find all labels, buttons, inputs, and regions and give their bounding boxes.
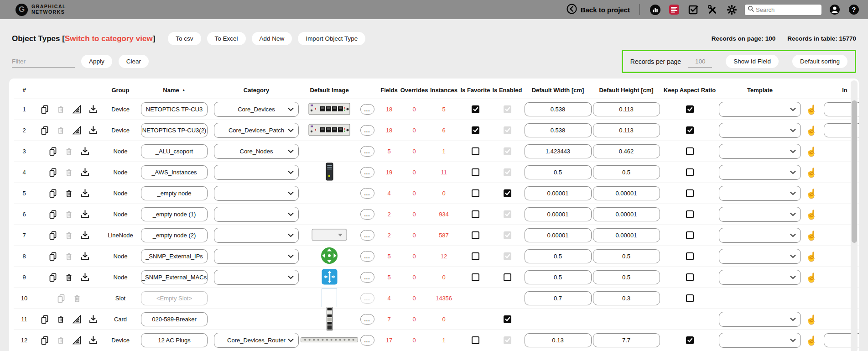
hand-pointer-icon[interactable]: ☝ bbox=[806, 104, 817, 115]
copy-icon[interactable] bbox=[48, 189, 58, 199]
to-excel-button[interactable]: To Excel bbox=[207, 32, 246, 45]
keep-aspect-ratio-checkbox[interactable] bbox=[686, 252, 694, 260]
name-input[interactable] bbox=[141, 144, 208, 158]
default-width-input[interactable] bbox=[525, 186, 592, 200]
default-height-input[interactable] bbox=[593, 123, 660, 137]
image-picker-ellipsis-button[interactable]: ... bbox=[360, 251, 374, 262]
trash-icon[interactable] bbox=[64, 272, 74, 283]
category-select[interactable] bbox=[214, 249, 299, 264]
download-icon[interactable] bbox=[88, 125, 99, 136]
category-select[interactable] bbox=[214, 270, 299, 285]
template-select[interactable] bbox=[719, 228, 801, 243]
to-csv-button[interactable]: To csv bbox=[168, 32, 201, 45]
name-input[interactable] bbox=[141, 312, 208, 326]
default-sorting-button[interactable]: Default sorting bbox=[792, 55, 847, 68]
default-width-input[interactable] bbox=[525, 228, 592, 242]
template-select[interactable] bbox=[719, 333, 801, 348]
help-icon[interactable]: ? bbox=[848, 4, 860, 16]
default-width-input[interactable] bbox=[525, 165, 592, 179]
keep-aspect-ratio-checkbox[interactable] bbox=[686, 231, 694, 239]
hand-pointer-icon[interactable]: ☝ bbox=[806, 335, 817, 346]
name-input[interactable] bbox=[141, 186, 208, 200]
default-height-input[interactable] bbox=[593, 228, 660, 242]
is-favorite-checkbox[interactable] bbox=[472, 273, 479, 281]
is-favorite-checkbox[interactable] bbox=[472, 231, 479, 239]
download-icon[interactable] bbox=[88, 104, 99, 115]
name-input[interactable] bbox=[141, 270, 208, 284]
is-favorite-checkbox[interactable] bbox=[472, 252, 479, 260]
image-picker-ellipsis-button[interactable]: ... bbox=[360, 125, 374, 136]
default-height-input[interactable] bbox=[593, 165, 660, 179]
hand-pointer-icon[interactable]: ☝ bbox=[806, 125, 817, 136]
default-height-input[interactable] bbox=[593, 102, 660, 116]
tools-icon[interactable] bbox=[707, 4, 718, 16]
apply-button[interactable]: Apply bbox=[81, 55, 112, 68]
image-picker-ellipsis-button[interactable]: ... bbox=[360, 167, 374, 178]
default-width-input[interactable] bbox=[525, 249, 592, 263]
is-favorite-checkbox[interactable] bbox=[472, 336, 479, 344]
default-height-input[interactable] bbox=[593, 186, 660, 200]
default-height-input[interactable] bbox=[593, 333, 660, 347]
trash-icon[interactable] bbox=[64, 189, 74, 199]
default-height-input[interactable] bbox=[593, 249, 660, 263]
keep-aspect-ratio-checkbox[interactable] bbox=[686, 189, 694, 197]
download-icon[interactable] bbox=[88, 314, 99, 325]
ruler-icon[interactable] bbox=[72, 314, 82, 325]
name-input[interactable] bbox=[141, 165, 208, 179]
template-select[interactable] bbox=[719, 123, 801, 138]
name-input[interactable] bbox=[141, 333, 208, 347]
copy-icon[interactable] bbox=[48, 147, 58, 157]
copy-icon[interactable] bbox=[40, 314, 50, 325]
scrollbar-thumb[interactable] bbox=[852, 100, 857, 243]
charts-icon[interactable] bbox=[649, 4, 661, 16]
copy-icon[interactable] bbox=[40, 335, 50, 346]
keep-aspect-ratio-checkbox[interactable] bbox=[686, 210, 694, 218]
default-height-input[interactable] bbox=[593, 270, 660, 284]
filter-input[interactable] bbox=[12, 56, 75, 68]
is-favorite-checkbox[interactable] bbox=[472, 168, 479, 176]
template-select[interactable] bbox=[719, 186, 801, 201]
category-select[interactable] bbox=[214, 228, 299, 243]
template-select[interactable] bbox=[719, 207, 801, 222]
download-icon[interactable] bbox=[80, 272, 90, 283]
vertical-scrollbar[interactable] bbox=[851, 80, 858, 351]
hand-pointer-icon[interactable]: ☝ bbox=[806, 167, 817, 178]
name-input[interactable] bbox=[141, 102, 208, 116]
keep-aspect-ratio-checkbox[interactable] bbox=[686, 105, 694, 113]
category-select[interactable]: Core_Devices bbox=[214, 102, 299, 117]
hand-pointer-icon[interactable]: ☝ bbox=[806, 272, 817, 283]
hand-pointer-icon[interactable]: ☝ bbox=[806, 209, 817, 220]
import-object-type-button[interactable]: Import Object Type bbox=[298, 32, 365, 45]
download-icon[interactable] bbox=[88, 335, 99, 346]
keep-aspect-ratio-checkbox[interactable] bbox=[686, 126, 694, 134]
is-favorite-checkbox[interactable] bbox=[472, 105, 479, 113]
template-select[interactable] bbox=[719, 102, 801, 117]
default-height-input[interactable] bbox=[593, 144, 660, 158]
tasks-checkbox-icon[interactable] bbox=[687, 4, 699, 16]
template-select[interactable] bbox=[719, 144, 801, 159]
clear-button[interactable]: Clear bbox=[119, 55, 149, 68]
name-input[interactable] bbox=[141, 207, 208, 221]
hand-pointer-icon[interactable]: ☝ bbox=[806, 188, 817, 199]
download-icon[interactable] bbox=[80, 167, 90, 178]
is-favorite-checkbox[interactable] bbox=[472, 126, 479, 134]
image-picker-ellipsis-button[interactable]: ... bbox=[360, 188, 374, 199]
ruler-icon[interactable] bbox=[72, 335, 82, 346]
is-favorite-checkbox[interactable] bbox=[472, 147, 479, 155]
template-select[interactable] bbox=[719, 165, 801, 180]
download-icon[interactable] bbox=[80, 146, 90, 157]
keep-aspect-ratio-checkbox[interactable] bbox=[686, 168, 694, 176]
hand-pointer-icon[interactable]: ☝ bbox=[806, 314, 817, 325]
switch-to-category-view-link[interactable]: Switch to category view bbox=[65, 34, 153, 43]
category-select[interactable]: Core_Devices_Router bbox=[214, 333, 299, 348]
download-icon[interactable] bbox=[80, 251, 90, 262]
image-picker-ellipsis-button[interactable]: ... bbox=[360, 209, 374, 220]
category-select[interactable] bbox=[214, 207, 299, 222]
name-input[interactable] bbox=[141, 228, 208, 242]
copy-icon[interactable] bbox=[48, 272, 58, 283]
default-height-input[interactable] bbox=[593, 291, 660, 305]
keep-aspect-ratio-checkbox[interactable] bbox=[686, 273, 694, 281]
image-picker-ellipsis-button[interactable]: ... bbox=[360, 314, 374, 325]
sort-ascending-icon[interactable]: ▲ bbox=[182, 88, 186, 92]
hand-pointer-icon[interactable]: ☝ bbox=[806, 230, 817, 241]
